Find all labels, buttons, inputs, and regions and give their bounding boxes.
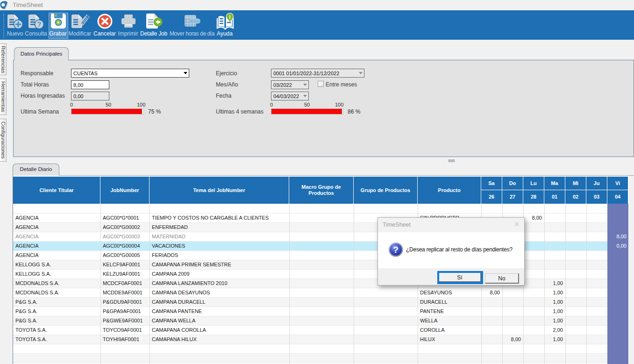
svg-text:Excel: Excel (190, 19, 200, 23)
svg-text:?: ? (393, 245, 399, 255)
svg-text:i: i (229, 14, 230, 20)
svg-text:?: ? (37, 21, 42, 28)
